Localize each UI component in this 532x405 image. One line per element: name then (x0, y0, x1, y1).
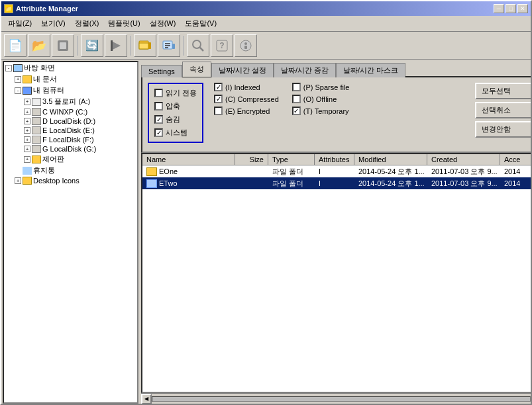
toolbar-btn-3[interactable] (52, 34, 74, 57)
tab-attributes[interactable]: 속성 (182, 62, 211, 77)
file-row-etwo[interactable]: ETwo 파일 폴더 I 2014-05-24 오후 1... 2011-07-… (142, 177, 532, 189)
deselect-button[interactable]: 선택취소 (475, 102, 532, 118)
tree-item-desktopicons[interactable]: + Desktop Icons (4, 176, 137, 185)
svg-text:?: ? (219, 41, 224, 50)
select-all-button[interactable]: 모두선택 (475, 83, 532, 99)
label-hidden: 숨김 (166, 114, 180, 124)
checkbox-indexed[interactable] (214, 83, 223, 91)
svg-rect-6 (148, 42, 151, 49)
toolbar-btn-8[interactable] (187, 34, 209, 57)
attr-compress: 압축 (154, 101, 197, 111)
col-header-modified[interactable]: Modified (354, 154, 427, 165)
tree-item-c[interactable]: + C WINXP (C:) (4, 107, 137, 116)
svg-rect-1 (60, 42, 66, 49)
tree-item-controlpanel[interactable]: + 제어판 (4, 154, 137, 165)
label-sparse: (P) Sparse file (303, 83, 350, 91)
tab-datetime-set[interactable]: 날짜/시간 설정 (211, 63, 274, 77)
tab-settings[interactable]: Settings (141, 65, 182, 77)
checkbox-sparse[interactable] (292, 83, 301, 91)
toolbar-btn-1[interactable]: 📄 (4, 34, 27, 57)
expand-desktop[interactable]: - (5, 65, 12, 71)
expand-d[interactable]: + (24, 118, 30, 124)
expand-mydocs[interactable]: + (15, 76, 21, 83)
maximize-button[interactable]: □ (505, 4, 516, 13)
expand-e[interactable]: + (24, 127, 30, 134)
expand-f[interactable]: + (24, 136, 30, 143)
col-header-attr[interactable]: Attributes (315, 154, 354, 165)
attribute-left: 읽기 전용 압축 숨김 (148, 83, 470, 146)
col-header-access[interactable]: Acce (500, 154, 532, 165)
tree-label-desktopicons: Desktop Icons (33, 177, 80, 185)
expand-mycomputer[interactable]: - (15, 87, 21, 94)
col-header-created[interactable]: Created (427, 154, 500, 165)
checkbox-compressed[interactable] (214, 95, 223, 103)
checkbox-encrypted[interactable] (214, 107, 223, 115)
tree-item-g[interactable]: + G LocalDisk (G:) (4, 144, 137, 154)
checkbox-hidden[interactable] (154, 115, 163, 124)
tree-item-e[interactable]: + E LocalDisk (E:) (4, 126, 137, 135)
toolbar: 📄 📂 🔄 ? (1, 32, 531, 60)
checkbox-compress[interactable] (154, 102, 163, 111)
folder-mydocs-icon (23, 75, 32, 83)
toolbar-btn-4[interactable]: 🔄 (81, 34, 103, 57)
expand-g[interactable]: + (24, 146, 30, 152)
expand-c[interactable]: + (24, 109, 30, 115)
tree-item-mydocs[interactable]: + 내 문서 (4, 73, 137, 85)
tree-item-floppy[interactable]: + 3.5 플로피 (A:) (4, 96, 137, 107)
svg-rect-3 (111, 40, 113, 51)
toolbar-btn-7[interactable] (158, 34, 180, 57)
normal-attrs: (I) Indexed (P) Sparse file (C) Compress… (214, 83, 356, 115)
col-header-type[interactable]: Type (268, 154, 315, 165)
label-indexed: (I) Indexed (225, 83, 260, 91)
label-encrypted: (E) Encrypted (225, 107, 270, 115)
cell-type-eone: 파일 폴더 (268, 166, 315, 177)
tab-datetime-mask[interactable]: 날짜/시간 마스크 (336, 63, 405, 77)
toolbar-sep-1 (77, 36, 78, 56)
tree-label-e: E LocalDisk (E:) (42, 126, 95, 134)
close-button[interactable]: ✕ (517, 4, 528, 13)
minimize-button[interactable]: ─ (494, 4, 504, 13)
menu-help[interactable]: 도움말(V) (181, 17, 221, 30)
menu-view[interactable]: 보기(V) (37, 17, 70, 30)
checkbox-temporary[interactable] (292, 107, 301, 115)
cell-access-etwo: 2014 (500, 179, 532, 188)
label-temporary: (T) Temporary (303, 107, 349, 115)
tree-item-mycomputer[interactable]: - 내 컴퓨터 (4, 85, 137, 96)
expand-controlpanel[interactable]: + (24, 156, 30, 163)
scroll-left-button[interactable]: ◀ (141, 394, 152, 404)
app-icon: 📁 (4, 4, 13, 13)
tree-label-desktop: 바탕 화면 (24, 63, 55, 73)
tree-item-desktop[interactable]: - 바탕 화면 (4, 62, 137, 73)
menu-settings[interactable]: 설정(W) (146, 17, 180, 30)
no-change-button[interactable]: 변경안함 (475, 121, 532, 138)
toolbar-btn-6[interactable] (134, 34, 156, 57)
menu-template[interactable]: 템플릿(U) (104, 17, 144, 30)
scrollbar-horizontal: ◀ ▶ (141, 393, 532, 404)
expand-desktopicons[interactable]: + (15, 177, 21, 184)
checkbox-system[interactable] (154, 128, 163, 137)
tree-item-recycle[interactable]: 휴지통 (4, 165, 137, 176)
toolbar-sep-2 (130, 36, 131, 56)
tree-item-f[interactable]: + F LocalDisk (F:) (4, 135, 137, 144)
col-header-name[interactable]: Name (142, 154, 235, 165)
toolbar-btn-2[interactable]: 📂 (28, 34, 50, 57)
file-row-eone[interactable]: EOne 파일 폴더 I 2014-05-24 오후 1... 2011-07-… (142, 165, 532, 177)
attribute-row: 읽기 전용 압축 숨김 (148, 83, 532, 146)
toolbar-btn-5[interactable] (105, 34, 127, 57)
checkbox-readonly[interactable] (154, 89, 163, 97)
cell-created-etwo: 2011-07-03 오후 9... (427, 178, 500, 189)
scroll-track[interactable] (152, 396, 531, 402)
cell-size-eone (235, 171, 268, 172)
toolbar-btn-10[interactable] (235, 34, 257, 57)
checkbox-offline[interactable] (292, 95, 301, 103)
tab-datetime-inc[interactable]: 날짜/시간 증감 (274, 63, 336, 77)
menu-sort[interactable]: 정렬(X) (71, 17, 103, 30)
tree-item-d[interactable]: + D LocalDisk (D:) (4, 116, 137, 126)
expand-floppy[interactable]: + (24, 99, 30, 105)
col-header-size[interactable]: Size (235, 154, 268, 165)
attr-encrypted: (E) Encrypted (214, 107, 279, 115)
cell-size-etwo (235, 183, 268, 184)
drive-f-icon (32, 136, 41, 144)
menu-file[interactable]: 파일(Z) (4, 17, 36, 30)
toolbar-btn-9[interactable]: ? (211, 34, 233, 57)
